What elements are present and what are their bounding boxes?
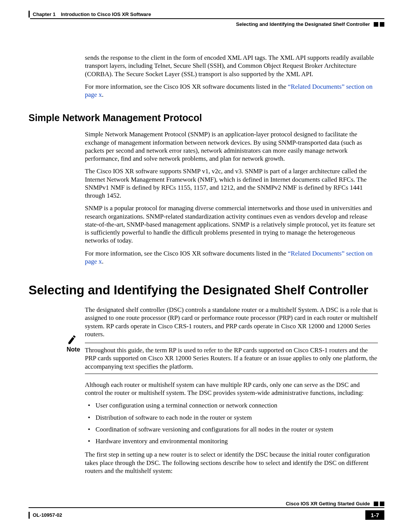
page-number: 1-7 xyxy=(365,510,384,520)
body-paragraph: The Cisco IOS XR software supports SNMP … xyxy=(85,167,378,200)
list-item: Coordination of software versioning and … xyxy=(85,425,378,433)
footer-square-icon xyxy=(380,502,384,506)
body-paragraph: Simple Network Management Protocol (SNMP… xyxy=(85,130,378,163)
header-bar-icon xyxy=(29,11,30,18)
chapter-label: Chapter 1 xyxy=(33,11,56,17)
footer-guide-title: Cisco IOS XR Getting Started Guide xyxy=(286,501,370,506)
footer-docnum-row: OL-10957-02 xyxy=(29,512,62,519)
list-item: User configuration using a terminal conn… xyxy=(85,401,378,409)
running-header-top: Chapter 1 Introduction to Cisco IOS XR S… xyxy=(29,11,384,18)
dsc-bullet-list: User configuration using a terminal conn… xyxy=(85,401,378,445)
running-header-sub: Selecting and Identifying the Designated… xyxy=(29,19,384,27)
list-item: Distribution of software to each node in… xyxy=(85,414,378,422)
body-paragraph: sends the response to the client in the … xyxy=(85,54,378,78)
chapter-title: Introduction to Cisco IOS XR Software xyxy=(61,11,151,17)
header-square-icon xyxy=(380,22,384,27)
header-section-title: Selecting and Identifying the Designated… xyxy=(236,21,370,27)
body-paragraph: For more information, see the Cisco IOS … xyxy=(85,249,378,266)
note-text: Throughout this guide, the term RP is us… xyxy=(85,346,378,371)
body-paragraph: The designated shelf controller (DSC) co… xyxy=(85,306,378,338)
pencil-icon xyxy=(66,334,78,346)
footer-docnum: OL-10957-02 xyxy=(33,512,62,518)
snmp-heading: Simple Network Management Protocol xyxy=(29,112,384,123)
note-rule-top xyxy=(85,343,378,343)
note-block: Note Throughout this guide, the term RP … xyxy=(67,343,378,374)
list-item: Hardware inventory and environmental mon… xyxy=(85,437,378,445)
footer-guide-row: Cisco IOS XR Getting Started Guide xyxy=(29,501,384,507)
note-rule-bottom xyxy=(85,374,378,374)
body-paragraph: SNMP is a popular protocol for managing … xyxy=(85,204,378,244)
body-paragraph: The first step in setting up a new route… xyxy=(85,451,378,475)
body-paragraph: For more information, see the Cisco IOS … xyxy=(85,83,378,99)
body-paragraph: Although each router or multishelf syste… xyxy=(85,381,378,397)
dsc-heading: Selecting and Identifying the Designated… xyxy=(29,283,384,297)
header-square-icon xyxy=(374,22,378,27)
footer-bar-icon xyxy=(29,512,30,519)
footer-square-icon xyxy=(374,502,378,506)
note-label: Note xyxy=(67,346,85,353)
